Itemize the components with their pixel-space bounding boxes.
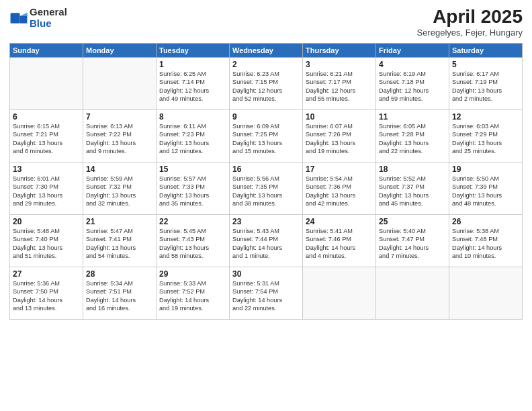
table-row: 8Sunrise: 6:11 AMSunset: 7:23 PMDaylight… <box>157 109 230 162</box>
day-info: Sunrise: 5:36 AMSunset: 7:50 PMDaylight:… <box>13 279 80 313</box>
logo-general: General <box>30 7 67 18</box>
table-row: 25Sunrise: 5:40 AMSunset: 7:47 PMDayligh… <box>376 214 449 267</box>
day-number: 17 <box>306 165 373 174</box>
day-info: Sunrise: 5:47 AMSunset: 7:41 PMDaylight:… <box>86 227 153 261</box>
table-row: 5Sunrise: 6:17 AMSunset: 7:19 PMDaylight… <box>449 57 523 109</box>
title-block: April 2025 Seregelyes, Fejer, Hungary <box>416 7 523 38</box>
day-number: 29 <box>159 269 226 279</box>
day-info: Sunrise: 6:17 AMSunset: 7:19 PMDaylight:… <box>452 70 519 103</box>
table-row: 29Sunrise: 5:33 AMSunset: 7:52 PMDayligh… <box>157 267 230 319</box>
day-info: Sunrise: 5:34 AMSunset: 7:51 PMDaylight:… <box>86 279 153 313</box>
header-sunday: Sunday <box>10 43 83 57</box>
day-number: 3 <box>306 60 373 69</box>
day-number: 20 <box>13 217 80 226</box>
table-row: 19Sunrise: 5:50 AMSunset: 7:39 PMDayligh… <box>449 162 523 214</box>
table-row <box>10 57 83 109</box>
day-number: 25 <box>379 217 446 226</box>
day-number: 16 <box>232 165 300 174</box>
calendar-header-row: Sunday Monday Tuesday Wednesday Thursday… <box>10 43 523 57</box>
day-number: 23 <box>232 217 300 226</box>
table-row: 3Sunrise: 6:21 AMSunset: 7:17 PMDaylight… <box>303 57 376 109</box>
day-number: 28 <box>86 269 153 279</box>
day-number: 14 <box>86 165 153 174</box>
day-number: 4 <box>379 60 446 69</box>
day-number: 26 <box>452 217 519 226</box>
header: General Blue April 2025 Seregelyes, Feje… <box>9 7 523 38</box>
table-row: 26Sunrise: 5:38 AMSunset: 7:48 PMDayligh… <box>449 214 523 267</box>
logo: General Blue <box>9 7 67 29</box>
day-info: Sunrise: 5:33 AMSunset: 7:52 PMDaylight:… <box>159 279 226 313</box>
day-info: Sunrise: 5:43 AMSunset: 7:44 PMDaylight:… <box>232 227 300 261</box>
table-row: 4Sunrise: 6:19 AMSunset: 7:18 PMDaylight… <box>376 57 449 109</box>
logo-text: General Blue <box>30 7 67 29</box>
day-number: 12 <box>452 112 519 122</box>
day-info: Sunrise: 5:52 AMSunset: 7:37 PMDaylight:… <box>379 175 446 208</box>
table-row: 27Sunrise: 5:36 AMSunset: 7:50 PMDayligh… <box>10 267 83 319</box>
table-row: 20Sunrise: 5:48 AMSunset: 7:40 PMDayligh… <box>10 214 83 267</box>
table-row: 6Sunrise: 6:15 AMSunset: 7:21 PMDaylight… <box>10 109 83 162</box>
day-number: 22 <box>159 217 226 226</box>
day-number: 15 <box>159 165 226 174</box>
table-row: 13Sunrise: 6:01 AMSunset: 7:30 PMDayligh… <box>10 162 83 214</box>
day-info: Sunrise: 5:45 AMSunset: 7:43 PMDaylight:… <box>159 227 226 261</box>
day-number: 2 <box>232 60 300 69</box>
table-row: 7Sunrise: 6:13 AMSunset: 7:22 PMDaylight… <box>83 109 157 162</box>
table-row: 14Sunrise: 5:59 AMSunset: 7:32 PMDayligh… <box>83 162 157 214</box>
day-info: Sunrise: 5:54 AMSunset: 7:36 PMDaylight:… <box>306 175 373 208</box>
week-row-5: 27Sunrise: 5:36 AMSunset: 7:50 PMDayligh… <box>10 267 523 319</box>
day-info: Sunrise: 6:01 AMSunset: 7:30 PMDaylight:… <box>13 175 80 208</box>
day-number: 11 <box>379 112 446 122</box>
table-row: 12Sunrise: 6:03 AMSunset: 7:29 PMDayligh… <box>449 109 523 162</box>
day-info: Sunrise: 6:21 AMSunset: 7:17 PMDaylight:… <box>306 70 373 103</box>
header-wednesday: Wednesday <box>230 43 303 57</box>
table-row: 9Sunrise: 6:09 AMSunset: 7:25 PMDaylight… <box>230 109 303 162</box>
day-info: Sunrise: 6:23 AMSunset: 7:15 PMDaylight:… <box>232 70 300 103</box>
header-tuesday: Tuesday <box>157 43 230 57</box>
day-number: 21 <box>86 217 153 226</box>
day-info: Sunrise: 5:50 AMSunset: 7:39 PMDaylight:… <box>452 175 519 208</box>
day-number: 27 <box>13 269 80 279</box>
table-row: 30Sunrise: 5:31 AMSunset: 7:54 PMDayligh… <box>230 267 303 319</box>
day-info: Sunrise: 5:48 AMSunset: 7:40 PMDaylight:… <box>13 227 80 261</box>
week-row-3: 13Sunrise: 6:01 AMSunset: 7:30 PMDayligh… <box>10 162 523 214</box>
table-row: 1Sunrise: 6:25 AMSunset: 7:14 PMDaylight… <box>157 57 230 109</box>
day-number: 5 <box>452 60 519 69</box>
day-info: Sunrise: 5:59 AMSunset: 7:32 PMDaylight:… <box>86 175 153 208</box>
table-row: 17Sunrise: 5:54 AMSunset: 7:36 PMDayligh… <box>303 162 376 214</box>
header-saturday: Saturday <box>449 43 523 57</box>
table-row <box>83 57 157 109</box>
table-row: 23Sunrise: 5:43 AMSunset: 7:44 PMDayligh… <box>230 214 303 267</box>
table-row: 24Sunrise: 5:41 AMSunset: 7:46 PMDayligh… <box>303 214 376 267</box>
day-number: 8 <box>159 112 226 122</box>
header-friday: Friday <box>376 43 449 57</box>
day-info: Sunrise: 5:56 AMSunset: 7:35 PMDaylight:… <box>232 175 300 208</box>
day-info: Sunrise: 5:40 AMSunset: 7:47 PMDaylight:… <box>379 227 446 261</box>
day-info: Sunrise: 6:15 AMSunset: 7:21 PMDaylight:… <box>13 122 80 156</box>
logo-icon <box>9 9 28 28</box>
svg-marker-2 <box>20 13 28 16</box>
logo-blue: Blue <box>30 18 67 30</box>
header-monday: Monday <box>83 43 157 57</box>
day-number: 30 <box>232 269 300 279</box>
calendar: Sunday Monday Tuesday Wednesday Thursday… <box>9 43 523 320</box>
day-info: Sunrise: 6:19 AMSunset: 7:18 PMDaylight:… <box>379 70 446 103</box>
location: Seregelyes, Fejer, Hungary <box>416 28 523 38</box>
svg-rect-0 <box>11 13 20 24</box>
table-row: 15Sunrise: 5:57 AMSunset: 7:33 PMDayligh… <box>157 162 230 214</box>
month-title: April 2025 <box>416 7 523 28</box>
table-row: 21Sunrise: 5:47 AMSunset: 7:41 PMDayligh… <box>83 214 157 267</box>
day-info: Sunrise: 5:31 AMSunset: 7:54 PMDaylight:… <box>232 279 300 313</box>
day-info: Sunrise: 6:07 AMSunset: 7:26 PMDaylight:… <box>306 122 373 156</box>
day-number: 1 <box>159 60 226 69</box>
day-number: 7 <box>86 112 153 122</box>
day-number: 24 <box>306 217 373 226</box>
day-info: Sunrise: 6:13 AMSunset: 7:22 PMDaylight:… <box>86 122 153 156</box>
table-row <box>449 267 523 319</box>
day-info: Sunrise: 6:11 AMSunset: 7:23 PMDaylight:… <box>159 122 226 156</box>
table-row: 2Sunrise: 6:23 AMSunset: 7:15 PMDaylight… <box>230 57 303 109</box>
day-info: Sunrise: 6:03 AMSunset: 7:29 PMDaylight:… <box>452 122 519 156</box>
page: General Blue April 2025 Seregelyes, Feje… <box>0 0 532 411</box>
header-thursday: Thursday <box>303 43 376 57</box>
day-info: Sunrise: 5:57 AMSunset: 7:33 PMDaylight:… <box>159 175 226 208</box>
day-info: Sunrise: 5:41 AMSunset: 7:46 PMDaylight:… <box>306 227 373 261</box>
